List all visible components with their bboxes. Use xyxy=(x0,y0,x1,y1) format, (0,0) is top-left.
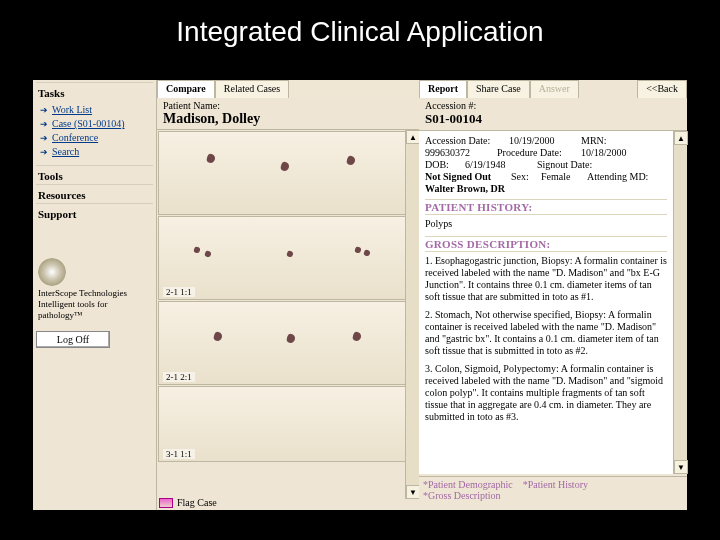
scroll-up-icon[interactable]: ▲ xyxy=(406,130,419,144)
tab-related[interactable]: Related Cases xyxy=(215,80,289,98)
thumbnail-2[interactable]: 2-1 1:1 xyxy=(158,216,418,300)
arrow-icon: ➔ xyxy=(40,146,48,158)
tab-patient-demographic[interactable]: *Patient Demographic xyxy=(423,479,513,490)
report-bottom-tabs: *Patient Demographic *Patient History *G… xyxy=(419,476,687,510)
thumbnail-4[interactable]: 3-1 1:1 xyxy=(158,386,418,462)
accession-date-value: 10/19/2000 xyxy=(509,135,575,147)
thumb-scrollbar[interactable]: ▲ ▼ xyxy=(405,130,419,499)
accession-date-label: Accession Date: xyxy=(425,135,503,147)
patient-history-header: PATIENT HISTORY: xyxy=(425,199,667,215)
tab-share[interactable]: Share Case xyxy=(467,80,530,98)
nav-section-resources[interactable]: Resources xyxy=(36,184,153,203)
nav-section-tasks[interactable]: Tasks xyxy=(36,82,153,101)
accession-label: Accession #: xyxy=(425,100,476,111)
gross-desc-2: 2. Stomach, Not otherwise specified, Bio… xyxy=(425,309,667,357)
attending-label: Attending MD: xyxy=(587,171,665,183)
sex-value: Female xyxy=(541,171,581,183)
report-body: Accession Date:10/19/2000 MRN:999630372 … xyxy=(419,130,687,474)
right-tabs: Report Share Case Answer <<Back xyxy=(419,80,687,98)
thumbnail-1[interactable] xyxy=(158,131,418,215)
attending-value: Walter Brown, DR xyxy=(425,183,525,195)
patient-history-body: Polyps xyxy=(425,218,667,230)
slide-title: Integrated Clinical Application xyxy=(0,0,720,56)
vendor-logo: InterScope Technologies Intelligent tool… xyxy=(36,258,153,321)
main-tabs: Compare Related Cases xyxy=(157,80,419,98)
flag-icon xyxy=(159,498,173,508)
back-button[interactable]: <<Back xyxy=(637,80,687,98)
arrow-icon: ➔ xyxy=(40,132,48,144)
nav-conference[interactable]: ➔Conference xyxy=(40,131,153,145)
arrow-icon: ➔ xyxy=(40,104,48,116)
gross-desc-1: 1. Esophagogastric junction, Biopsy: A f… xyxy=(425,255,667,303)
thumbnail-3[interactable]: 2-1 2:1 xyxy=(158,301,418,385)
thumb-label-3: 3-1 1:1 xyxy=(163,449,195,459)
slide-thumbnails: 2-1 1:1 2-1 2:1 3-1 1:1 ▲ ▼ xyxy=(157,129,419,499)
signout-date-value: Not Signed Out xyxy=(425,171,505,183)
nav-section-tools[interactable]: Tools xyxy=(36,165,153,184)
arrow-icon: ➔ xyxy=(40,118,48,130)
dob-label: DOB: xyxy=(425,159,459,171)
nav-search[interactable]: ➔Search xyxy=(40,145,153,159)
report-text: Accession Date:10/19/2000 MRN:999630372 … xyxy=(419,131,673,474)
nav-case[interactable]: ➔Case (S01-00104) xyxy=(40,117,153,131)
thumb-label-2: 2-1 2:1 xyxy=(163,372,195,382)
patient-name: Madison, Dolley xyxy=(157,111,419,129)
sidebar: Tasks ➔Work List ➔Case (S01-00104) ➔Conf… xyxy=(33,80,157,510)
mrn-value: 999630372 xyxy=(425,147,491,159)
accession-number: S01-00104 xyxy=(419,111,687,129)
nav-section-support[interactable]: Support xyxy=(36,203,153,222)
report-pane: Report Share Case Answer <<Back Accessio… xyxy=(419,80,687,510)
app-window: Tasks ➔Work List ➔Case (S01-00104) ➔Conf… xyxy=(33,80,687,510)
tab-gross-description[interactable]: *Gross Description xyxy=(423,490,683,501)
tab-compare[interactable]: Compare xyxy=(157,80,215,98)
scroll-down-icon[interactable]: ▼ xyxy=(674,460,688,474)
report-scrollbar[interactable]: ▲ ▼ xyxy=(673,131,687,474)
sex-label: Sex: xyxy=(511,171,535,183)
tab-answer[interactable]: Answer xyxy=(530,80,579,98)
thumb-label-1: 2-1 1:1 xyxy=(163,287,195,297)
signout-date-label: Signout Date: xyxy=(537,159,615,171)
mrn-label: MRN: xyxy=(581,135,615,147)
logoff-button[interactable]: Log Off xyxy=(36,331,110,348)
tab-report[interactable]: Report xyxy=(419,80,467,98)
patient-name-label: Patient Name: xyxy=(163,100,220,111)
procedure-date-value: 10/18/2000 xyxy=(581,147,647,159)
gross-description-header: GROSS DESCRIPTION: xyxy=(425,236,667,252)
logo-text-1: InterScope Technologies xyxy=(38,288,153,299)
nav-work-list[interactable]: ➔Work List xyxy=(40,103,153,117)
tab-patient-history[interactable]: *Patient History xyxy=(523,479,588,490)
logo-text-2: Intelligent tools for pathology™ xyxy=(38,299,153,321)
report-fields: Accession Date:10/19/2000 MRN:999630372 … xyxy=(425,135,667,195)
flag-case-button[interactable]: Flag Case xyxy=(159,497,217,508)
logo-icon xyxy=(38,258,66,286)
middle-pane: Compare Related Cases Patient Name: Madi… xyxy=(157,80,419,510)
scroll-down-icon[interactable]: ▼ xyxy=(406,485,419,499)
gross-desc-3: 3. Colon, Sigmoid, Polypectomy: A formal… xyxy=(425,363,667,423)
scroll-up-icon[interactable]: ▲ xyxy=(674,131,688,145)
procedure-date-label: Procedure Date: xyxy=(497,147,575,159)
dob-value: 6/19/1948 xyxy=(465,159,531,171)
